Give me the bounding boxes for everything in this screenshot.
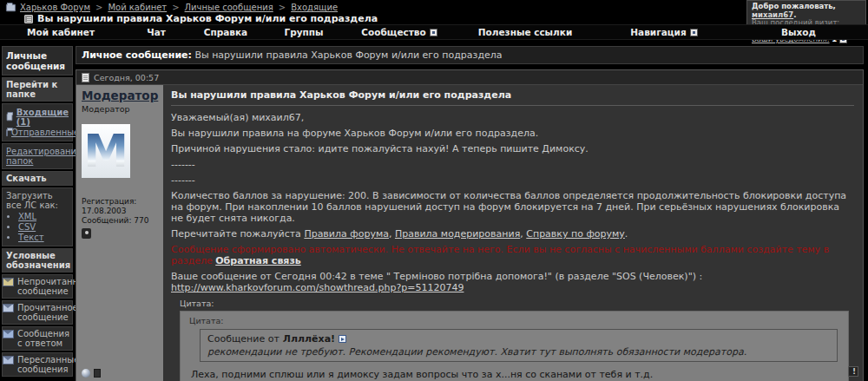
breadcrumb-link-private-messages[interactable]: Личные сообщения: [185, 3, 273, 12]
online-status-icon: [82, 369, 90, 378]
folder-icon: [7, 114, 13, 122]
message-divider-dashes: -------: [171, 159, 854, 170]
legend-item-replied: Сообщения с ответом: [2, 326, 73, 351]
pm-header: Личное сообщение: Вы нарушили правила Ха…: [76, 46, 864, 64]
post-date: Сегодня, 00:57: [94, 73, 159, 82]
quote-origin-user: Ллллёха!: [283, 333, 335, 345]
main-navbar: Мой кабинет Чат Справка Группы Сообществ…: [0, 24, 868, 40]
welcome-greeting-text: Добро пожаловать,: [752, 2, 836, 10]
avatar[interactable]: M: [82, 124, 130, 178]
nav-chat[interactable]: Чат: [122, 27, 191, 37]
breadcrumb-separator: >: [170, 3, 181, 12]
message-violation-line: Вы нарушили правила на форуме Харьков Фо…: [171, 128, 854, 139]
download-csv-link[interactable]: CSV: [18, 222, 36, 232]
report-post-icon[interactable]: [848, 366, 858, 377]
welcome-greeting: Добро пожаловать, михаил67.: [752, 3, 861, 19]
sidebar-item-inbox[interactable]: Входящие (1): [16, 108, 69, 127]
legend-item-read: Прочитанное сообщение: [2, 300, 73, 325]
download-label: Загрузить все ЛС как:: [6, 191, 69, 210]
message-title: Вы нарушили правила Харьков Форум и/или …: [171, 89, 854, 106]
author-post-count: Сообщений: 770: [82, 216, 158, 226]
forum-help-link[interactable]: Справку по форуму: [526, 228, 625, 240]
welcome-greeting-period: .: [793, 10, 796, 19]
profile-action-icon[interactable]: [94, 369, 101, 378]
outer-quote-label: Цитата:: [180, 298, 854, 309]
inner-quote-label: Цитата:: [189, 315, 841, 326]
nav-community[interactable]: Сообщество: [347, 27, 451, 37]
nav-groups[interactable]: Группы: [260, 27, 347, 37]
post-body: Модератор Модератор M Регистрация: 17.08…: [76, 85, 863, 381]
download-xml-link[interactable]: XML: [18, 212, 36, 221]
username-link[interactable]: михаил67: [752, 10, 793, 19]
nav-help[interactable]: Справка: [191, 27, 260, 37]
thread-url-link[interactable]: http://www.kharkovforum.com/showthread.p…: [171, 282, 464, 293]
your-message-line: Ваше сообщение от Сегодня 00:42 в теме "…: [171, 271, 854, 293]
auto-warning-line: Сообщение сформировано автоматически. Не…: [171, 244, 854, 266]
sidebar-download-header: Скачать: [2, 171, 73, 186]
nav-logout[interactable]: Выход: [729, 27, 868, 37]
page-title-row: Вы нарушили правила Харьков Форум и/или …: [24, 13, 378, 24]
post-icon: [82, 73, 89, 82]
message-greeting: Уважаемый(ая) михаил67,: [171, 112, 854, 123]
breadcrumb-separator: >: [94, 3, 104, 12]
author-stats: Регистрация: 17.08.2003 Сообщений: 770: [82, 197, 158, 226]
feedback-link[interactable]: Обратная связь: [215, 255, 301, 266]
pm-header-label: Личное сообщение:: [82, 49, 192, 61]
welcome-box: Добро пожаловать, михаил67. Ваш последни…: [746, 0, 866, 27]
post-date-bar: Сегодня, 00:57: [76, 70, 863, 85]
main-panel: Личное сообщение: Вы нарушили правила Ха…: [76, 46, 864, 381]
breadcrumb-link-usercp[interactable]: Мой кабинет: [108, 3, 167, 12]
author-registered: Регистрация: 17.08.2003: [82, 197, 158, 216]
lock-icon: [82, 228, 91, 239]
inner-quote-box: Сообщение от Ллллёха! рекомендации не тр…: [200, 329, 838, 362]
sidebar-item-sent[interactable]: Отправленные: [11, 128, 79, 137]
sidebar-legend-header: Условные обозначения: [2, 248, 73, 273]
pm-header-title: Вы нарушили правила Харьков Форум и/или …: [194, 49, 502, 61]
user-column: Модератор Модератор M Регистрация: 17.08…: [76, 85, 163, 381]
nav-navigation[interactable]: Навигация: [599, 27, 729, 37]
page-title: Вы нарушили правила Харьков Форум и/или …: [37, 13, 378, 24]
quote-origin-line: Сообщение от Ллллёха!: [207, 333, 830, 345]
legend-item-forwarded: Пересланные сообщения: [2, 352, 73, 377]
folder-icon: [6, 128, 8, 136]
nav-useful-links[interactable]: Полезные ссылки: [451, 27, 599, 37]
view-post-icon[interactable]: [339, 335, 346, 343]
sidebar-download-box: Загрузить все ЛС как: XML CSV Текст: [2, 187, 73, 246]
unread-message-icon: [3, 278, 14, 286]
private-message-post: Сегодня, 00:57 Модератор Модератор M Рег…: [76, 69, 864, 381]
download-options: XML CSV Текст: [18, 212, 69, 242]
breadcrumb: Харьков Форум > Мой кабинет > Личные соо…: [5, 3, 338, 12]
folder-row-inbox: Входящие (1): [6, 108, 69, 127]
quoted-text: рекомендации не требуют. Рекомендации ре…: [207, 346, 830, 358]
message-column: Вы нарушили правила Харьков Форум и/или …: [163, 85, 863, 381]
read-message-icon: [3, 304, 14, 312]
message-points-info: Количество баллов за нарушение: 200. В з…: [171, 190, 854, 224]
forum-rules-link[interactable]: Правила форума: [304, 228, 389, 240]
community-menu-icon: [430, 29, 437, 36]
nav-usercp[interactable]: Мой кабинет: [0, 27, 122, 37]
replied-message-icon: [3, 330, 14, 338]
author-username-link[interactable]: Модератор: [82, 89, 158, 102]
quote-reply-text: Леха, подними сплюш или я димоксу задам …: [191, 369, 839, 380]
forwarded-message-icon: [3, 356, 14, 365]
forum-pm-page: Харьков Форум > Мой кабинет > Личные соо…: [0, 0, 868, 381]
quoted-message-block: Цитата: Сообщение от Ллллёха! рекомендац…: [180, 311, 849, 381]
edit-folders-link[interactable]: Редактирование папок: [6, 147, 82, 166]
breadcrumb-separator: >: [277, 3, 287, 12]
breadcrumb-link-inbox[interactable]: Входящие: [291, 3, 338, 12]
message-reason-line: Причиной нарушения стало: идите пожалуйс…: [171, 143, 854, 154]
sidebar-folder-list: Входящие (1) Отправленные: [2, 103, 73, 141]
author-usertitle: Модератор: [82, 104, 158, 114]
breadcrumb-link-forum[interactable]: Харьков Форум: [20, 3, 90, 12]
user-column-footer: [82, 369, 158, 378]
message-icon: [24, 15, 33, 23]
sidebar-edit-folders-box: Редактирование папок: [2, 143, 73, 169]
folder-icon: [6, 3, 16, 11]
sidebar: Личные сообщения Перейти к папке Входящи…: [2, 46, 73, 378]
message-divider-dashes: -------: [171, 174, 854, 186]
sidebar-goto-folder-header: Перейти к папке: [2, 77, 73, 102]
message-reread-line: Перечитайте пожалуйста Правила форума, П…: [171, 228, 854, 240]
moderation-rules-link[interactable]: Правила модерирования: [395, 228, 520, 240]
download-text-link[interactable]: Текст: [18, 233, 44, 242]
legend-item-unread: Непрочитанное сообщение: [2, 274, 73, 299]
